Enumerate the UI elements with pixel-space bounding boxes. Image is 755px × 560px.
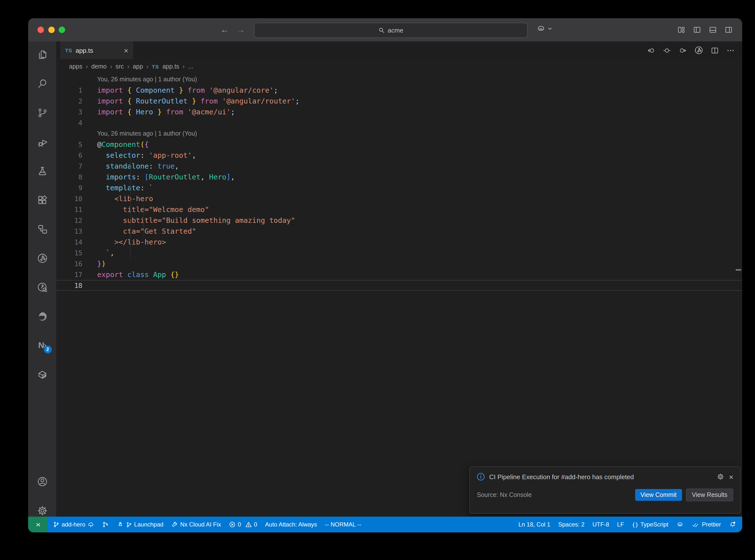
view-commit-button[interactable]: View Commit bbox=[635, 489, 682, 501]
copilot-status[interactable] bbox=[676, 521, 684, 528]
auto-attach-status[interactable]: Auto Attach: Always bbox=[265, 521, 317, 528]
problems-status[interactable]: 0 0 bbox=[229, 521, 257, 528]
indentation-status[interactable]: Spaces: 2 bbox=[558, 521, 584, 528]
notification-source: Source: Nx Console bbox=[477, 492, 631, 498]
editor-toolbar bbox=[647, 41, 735, 59]
code-line: 7 standalone: true, bbox=[56, 161, 742, 172]
typescript-file-icon: TS bbox=[65, 47, 72, 53]
git-branch-icon bbox=[53, 521, 60, 528]
run-and-debug-icon[interactable] bbox=[36, 136, 48, 148]
toggle-sidebar-icon[interactable] bbox=[692, 25, 702, 35]
zoom-window-button[interactable] bbox=[59, 27, 65, 33]
containers-icon[interactable] bbox=[36, 369, 48, 381]
blame-annotation: You, 26 minutes ago | 1 author (You) bbox=[56, 128, 742, 139]
previous-change-icon[interactable] bbox=[647, 46, 656, 55]
launchpad-button[interactable]: Launchpad bbox=[117, 521, 163, 528]
encoding-status[interactable]: UTF-8 bbox=[593, 521, 609, 528]
breadcrumb-separator: › bbox=[110, 63, 112, 70]
notification-settings-gear-icon[interactable] bbox=[717, 473, 724, 481]
launchpad-label: Launchpad bbox=[134, 521, 163, 528]
navigate-back-icon[interactable]: ← bbox=[220, 26, 229, 34]
breadcrumb: apps › demo › src › app › TS app.ts › ..… bbox=[56, 59, 742, 74]
notification-toast: CI Pipeline Execution for #add-hero has … bbox=[470, 466, 741, 514]
search-icon bbox=[378, 27, 385, 34]
close-tab-icon[interactable]: × bbox=[124, 46, 128, 54]
tab-app-ts[interactable]: TS app.ts × bbox=[60, 41, 133, 59]
cursor-position-status[interactable]: Ln 18, Col 1 bbox=[519, 521, 550, 528]
notification-close-icon[interactable]: × bbox=[729, 473, 733, 480]
code-line: 17export class App {} bbox=[56, 269, 742, 280]
view-results-button[interactable]: View Results bbox=[686, 488, 733, 501]
code-line: 10 <lib-hero bbox=[56, 193, 742, 204]
code-line: 11 title="Welcmoe demo" bbox=[56, 204, 742, 215]
screen: ← → acme TS app.ts × bbox=[0, 0, 755, 560]
code-line: 2import { RouterOutlet } from '@angular/… bbox=[56, 96, 742, 106]
code-line: 13 cta="Get Started" bbox=[56, 226, 742, 237]
nx-cloud-ai-fix-button[interactable]: Nx Cloud AI Fix bbox=[171, 521, 221, 528]
notification-title: CI Pipeline Execution for #add-hero has … bbox=[489, 473, 712, 480]
warnings-icon bbox=[245, 521, 252, 528]
commit-graph-icon[interactable] bbox=[36, 253, 48, 264]
eol-status[interactable]: LF bbox=[617, 521, 624, 528]
overview-ruler-mark bbox=[736, 269, 741, 271]
testing-icon[interactable] bbox=[36, 165, 48, 177]
code-line: 14 ></lib-hero> bbox=[56, 237, 742, 247]
code-line: 9 template: ` bbox=[56, 182, 742, 193]
rocket-icon bbox=[117, 521, 124, 528]
tab-label: app.ts bbox=[76, 46, 121, 54]
vim-mode-status[interactable]: -- NORMAL -- bbox=[325, 521, 361, 528]
gitlens-search-icon[interactable] bbox=[36, 281, 48, 293]
customize-layout-icon[interactable] bbox=[677, 25, 686, 35]
notifications-bell[interactable] bbox=[729, 521, 736, 528]
minimize-window-button[interactable] bbox=[48, 27, 55, 33]
nx-cloud-label: Nx Cloud AI Fix bbox=[180, 521, 221, 528]
git-branch-status[interactable]: add-hero bbox=[53, 521, 94, 528]
status-bar: add-hero Launchpad Nx Cloud AI Fix 0 0 bbox=[28, 517, 742, 533]
source-control-icon[interactable] bbox=[36, 107, 48, 119]
code-line: 12 subtitle="Build something amazing tod… bbox=[56, 215, 742, 226]
code-lines: You, 26 minutes ago | 1 author (You)1imp… bbox=[56, 74, 742, 291]
current-change-icon[interactable] bbox=[662, 46, 672, 55]
next-change-icon[interactable] bbox=[678, 46, 688, 55]
toggle-secondary-sidebar-icon[interactable] bbox=[724, 25, 733, 35]
commit-graph-icon[interactable] bbox=[694, 45, 704, 55]
activity-bar: N› 2 bbox=[28, 41, 56, 517]
breadcrumb-separator: › bbox=[146, 63, 148, 70]
breadcrumb-item[interactable]: app.ts bbox=[162, 63, 179, 70]
command-center-search[interactable]: acme bbox=[254, 23, 528, 38]
info-icon bbox=[477, 473, 485, 481]
code-line: 18 bbox=[56, 280, 742, 291]
nx-console-icon[interactable]: N› 2 bbox=[36, 340, 48, 352]
indent-guide bbox=[143, 204, 144, 237]
copilot-menu[interactable] bbox=[536, 24, 552, 34]
explorer-icon[interactable] bbox=[36, 49, 48, 61]
breadcrumb-item[interactable]: app bbox=[133, 63, 143, 70]
split-editor-icon[interactable] bbox=[710, 46, 719, 55]
settings-gear-icon[interactable] bbox=[36, 505, 48, 517]
edge-tools-icon[interactable] bbox=[36, 311, 48, 322]
breadcrumb-separator: › bbox=[86, 63, 88, 70]
extensions-icon[interactable] bbox=[36, 194, 48, 206]
references-icon[interactable] bbox=[36, 223, 48, 235]
code-line: 3import { Hero } from '@acme/ui'; bbox=[56, 106, 742, 117]
navigate-forward-icon[interactable]: → bbox=[237, 26, 245, 34]
language-mode-status[interactable]: {} TypeScript bbox=[632, 521, 669, 528]
breadcrumb-item[interactable]: ... bbox=[188, 63, 193, 70]
breadcrumb-item[interactable]: src bbox=[116, 63, 124, 70]
blame-annotation: You, 26 minutes ago | 1 author (You) bbox=[56, 74, 742, 85]
more-actions-icon[interactable] bbox=[726, 46, 735, 55]
editor-pane[interactable]: You, 26 minutes ago | 1 author (You)1imp… bbox=[56, 74, 742, 517]
breadcrumb-item[interactable]: apps bbox=[69, 63, 82, 70]
publish-cloud-icon bbox=[87, 521, 94, 528]
breadcrumb-item[interactable]: demo bbox=[91, 63, 107, 70]
toggle-panel-icon[interactable] bbox=[708, 25, 717, 35]
accounts-icon[interactable] bbox=[36, 476, 48, 487]
code-line: 8 imports: [RouterOutlet, Hero], bbox=[56, 172, 742, 182]
close-window-button[interactable] bbox=[38, 27, 44, 33]
search-icon[interactable] bbox=[36, 78, 48, 90]
remote-indicator[interactable] bbox=[28, 517, 48, 533]
source-control-graph-button[interactable] bbox=[102, 521, 109, 528]
prettier-status[interactable]: Prettier bbox=[692, 521, 721, 528]
git-branch-icon bbox=[126, 521, 132, 528]
language-label: TypeScript bbox=[640, 521, 668, 528]
